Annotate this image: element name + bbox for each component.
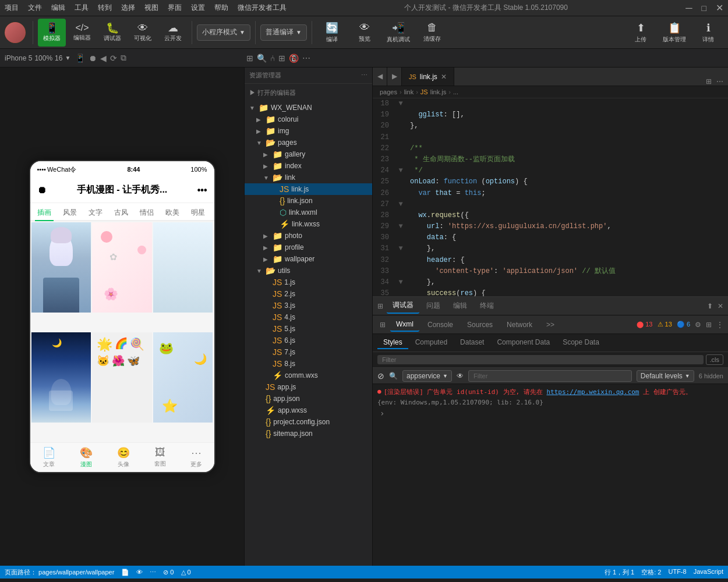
console-filter-icon[interactable]: 🔍 bbox=[389, 372, 398, 380]
styles-tab-scope[interactable]: Scope Data bbox=[557, 336, 605, 349]
menu-item-tools[interactable]: 工具 bbox=[75, 3, 89, 13]
breadcrumb-more[interactable]: ... bbox=[453, 88, 458, 95]
tree-item-7js[interactable]: JS 7.js bbox=[245, 346, 372, 358]
chevron-down-icon[interactable]: ▼ bbox=[65, 55, 70, 61]
tree-item-wallpaper[interactable]: ▶ 📁 wallpaper bbox=[245, 253, 372, 265]
styles-tab-component[interactable]: Component Data bbox=[491, 336, 556, 349]
console-subtab[interactable]: Console bbox=[422, 318, 459, 331]
cls-button[interactable]: .cls bbox=[706, 354, 724, 365]
tab-illustration[interactable]: 插画 bbox=[35, 205, 54, 221]
filter-input[interactable] bbox=[377, 355, 704, 364]
win-maximize[interactable]: □ bbox=[702, 3, 706, 13]
tree-item-3js[interactable]: JS 3.js bbox=[245, 300, 372, 311]
tree-item-gallery[interactable]: ▶ 📁 gallery bbox=[245, 148, 372, 160]
tab-text[interactable]: 文字 bbox=[86, 205, 105, 220]
wxml-subtab[interactable]: Wxml bbox=[390, 318, 419, 332]
debugger-tab[interactable]: 调试器 bbox=[387, 298, 419, 314]
phone-icon[interactable]: 📱 bbox=[75, 54, 85, 63]
more-status-icon[interactable]: ⋯ bbox=[150, 569, 156, 576]
menu-item-project[interactable]: 项目 bbox=[5, 3, 19, 13]
console-filter-input-wrap[interactable]: Filter bbox=[468, 370, 632, 382]
version-button[interactable]: 📋 版本管理 bbox=[658, 19, 691, 47]
win-close[interactable]: ✕ bbox=[716, 2, 723, 13]
compile-button[interactable]: 🔄 编译 bbox=[317, 19, 347, 47]
layout-icon[interactable]: ⊞ bbox=[706, 321, 712, 329]
menu-item-ui[interactable]: 界面 bbox=[168, 3, 182, 13]
tree-item-profile[interactable]: ▶ 📁 profile bbox=[245, 242, 372, 253]
terminal-tab[interactable]: 终端 bbox=[474, 299, 500, 313]
record-button[interactable]: ⏺ bbox=[37, 185, 193, 196]
file-icon[interactable]: 📄 bbox=[121, 569, 129, 576]
tree-item-commwxs[interactable]: ⚡ comm.wxs bbox=[245, 370, 372, 381]
detail-button[interactable]: ℹ 详情 bbox=[693, 19, 723, 47]
tree-item-linkjs[interactable]: JS link.js bbox=[245, 183, 372, 195]
menu-item-goto[interactable]: 转到 bbox=[98, 3, 112, 13]
split-icon[interactable]: ⊞ bbox=[706, 77, 712, 86]
visual-button[interactable]: 👁 可视化 bbox=[129, 19, 157, 47]
breadcrumb-link[interactable]: link bbox=[404, 88, 414, 95]
console-input[interactable] bbox=[387, 410, 721, 417]
tree-item-projectconfig[interactable]: {} project.config.json bbox=[245, 416, 372, 428]
nav-left-icon[interactable]: ◀ bbox=[377, 72, 383, 80]
more-subtabs[interactable]: >> bbox=[540, 318, 560, 331]
tree-item-4js[interactable]: JS 4.js bbox=[245, 311, 372, 323]
tree-item-appjs[interactable]: JS app.js bbox=[245, 381, 372, 393]
editor-tab-dt[interactable]: 编辑 bbox=[447, 299, 473, 313]
tree-item-6js[interactable]: JS 6.js bbox=[245, 335, 372, 346]
close-devtools-icon[interactable]: ✕ bbox=[718, 302, 723, 310]
network-subtab[interactable]: Network bbox=[501, 318, 538, 331]
styles-tab-styles[interactable]: Styles bbox=[377, 336, 408, 349]
tree-item-linkwxss[interactable]: ⚡ link.wxss bbox=[245, 218, 372, 230]
nav-manga[interactable]: 🎨 漫图 bbox=[80, 446, 93, 469]
nav-gallery[interactable]: 🖼 套图 bbox=[154, 446, 166, 469]
avatar[interactable] bbox=[5, 22, 26, 43]
gallery-item-3[interactable] bbox=[153, 222, 213, 313]
copy-icon[interactable]: ⧉ bbox=[121, 53, 126, 63]
project-root[interactable]: ▼ 📁 WX_WENAN bbox=[245, 102, 372, 113]
gallery-item-1[interactable] bbox=[31, 222, 91, 313]
gallery-item-5[interactable]: 🌟 🌈 🍭 🐱 🌺 🦋 bbox=[92, 332, 152, 423]
settings-icon[interactable]: ⚙ bbox=[695, 321, 701, 329]
tree-more-icon[interactable]: ⋯ bbox=[361, 72, 367, 79]
gallery-item-2[interactable]: 🌸 ✿ bbox=[92, 222, 152, 313]
real-debug-button[interactable]: 📲 真机调试 bbox=[382, 19, 415, 47]
menu-item-select[interactable]: 选择 bbox=[121, 3, 135, 13]
tree-item-colorui[interactable]: ▶ 📁 colorui bbox=[245, 113, 372, 125]
menu-item-settings[interactable]: 设置 bbox=[191, 3, 205, 13]
nav-article[interactable]: 📄 文章 bbox=[43, 446, 55, 469]
tree-item-link[interactable]: ▼ 📂 link bbox=[245, 172, 372, 183]
nav-right-icon[interactable]: ▶ bbox=[392, 72, 397, 80]
phone2-icon[interactable]: 📵 bbox=[289, 54, 299, 63]
styles-tab-dataset[interactable]: Dataset bbox=[454, 336, 490, 349]
menu-item-file[interactable]: 文件 bbox=[28, 3, 42, 13]
tab-scenery[interactable]: 风景 bbox=[61, 205, 79, 220]
gallery-item-6[interactable]: 🐸 🌙 ⭐ bbox=[153, 332, 213, 423]
tree-item-sitemapjson[interactable]: {} sitemap.json bbox=[245, 428, 372, 439]
menu-item-edit[interactable]: 编辑 bbox=[51, 3, 65, 13]
debugger-button[interactable]: 🐛 调试器 bbox=[98, 19, 126, 47]
breadcrumb-pages[interactable]: pages bbox=[380, 88, 397, 95]
tree-item-utils[interactable]: ▼ 📂 utils bbox=[245, 265, 372, 276]
compile-dropdown[interactable]: 普通编译 ▼ bbox=[260, 24, 307, 41]
breadcrumb-file[interactable]: link.js bbox=[430, 88, 447, 95]
error-link[interactable]: https://mp.weixin.qq.com bbox=[546, 388, 639, 396]
editor-button[interactable]: </> 编辑器 bbox=[68, 19, 96, 47]
tab-couple[interactable]: 情侣 bbox=[137, 205, 156, 220]
tree-item-photo[interactable]: ▶ 📁 photo bbox=[245, 230, 372, 242]
styles-tab-computed[interactable]: Computed bbox=[409, 336, 453, 349]
tab-icon[interactable]: ⊞ bbox=[246, 54, 253, 63]
back-icon[interactable]: ◀ bbox=[100, 54, 107, 63]
preview-button[interactable]: 👁 预览 bbox=[349, 19, 380, 47]
opened-editors-header[interactable]: ▶ 打开的编辑器 bbox=[245, 86, 372, 100]
expand-icon[interactable]: ⬆ bbox=[707, 302, 713, 310]
issues-tab[interactable]: 问题 bbox=[420, 299, 446, 313]
gallery-item-4[interactable]: 🌙 bbox=[31, 332, 91, 423]
tree-item-appjson[interactable]: {} app.json bbox=[245, 393, 372, 404]
tab-ancient[interactable]: 古风 bbox=[112, 205, 130, 220]
menu-item-help[interactable]: 帮助 bbox=[214, 3, 228, 13]
tree-item-linkjson[interactable]: {} link.json bbox=[245, 195, 372, 207]
search-icon[interactable]: 🔍 bbox=[257, 54, 267, 63]
rotate-icon[interactable]: ⟳ bbox=[110, 54, 117, 63]
console-clear-icon[interactable]: ⊘ bbox=[377, 371, 384, 381]
clear-cache-button[interactable]: 🗑 清缓存 bbox=[417, 19, 447, 47]
